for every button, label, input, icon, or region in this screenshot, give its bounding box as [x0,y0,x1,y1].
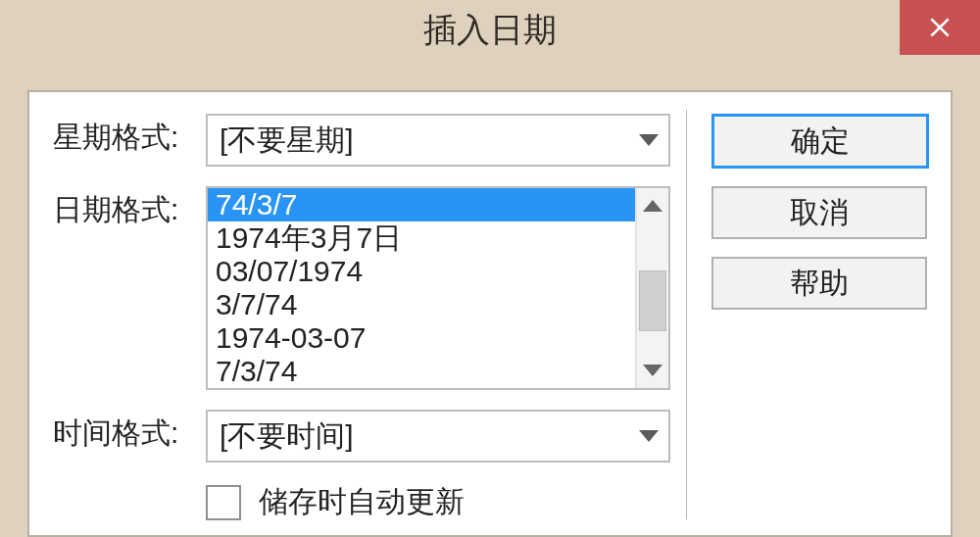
time-format-row: 时间格式: [不要时间] [53,410,670,463]
button-column: 确定 取消 帮助 [711,114,923,327]
auto-update-checkbox[interactable] [206,485,241,520]
list-item[interactable]: 74/3/7 [208,188,635,221]
date-format-listbox[interactable]: 74/3/7 1974年3月7日 03/07/1974 3/7/74 1974-… [206,186,670,390]
cancel-button[interactable]: 取消 [711,186,927,239]
chevron-down-icon [639,430,659,442]
form-area: 星期格式: [不要星期] 日期格式: 74/3/7 1974年3月7日 03/0… [53,114,670,535]
list-item[interactable]: 1974-03-07 [208,321,635,355]
week-format-label: 星期格式: [53,114,206,158]
list-item[interactable]: 7/3/74 [208,355,635,388]
chevron-down-icon [639,134,659,146]
scrollbar[interactable] [635,188,668,388]
time-format-combo[interactable]: [不要时间] [206,410,670,463]
title-bar: 插入日期 [0,0,980,59]
list-item[interactable]: 1974年3月7日 [208,221,635,255]
scroll-thumb[interactable] [639,270,666,331]
dialog-body: 星期格式: [不要星期] 日期格式: 74/3/7 1974年3月7日 03/0… [27,90,953,537]
date-format-options: 74/3/7 1974年3月7日 03/07/1974 3/7/74 1974-… [208,188,635,388]
dialog-title: 插入日期 [0,8,980,53]
week-format-value: [不要星期] [220,121,354,161]
chevron-down-icon [643,365,662,376]
week-format-combo[interactable]: [不要星期] [206,114,670,167]
time-format-label: 时间格式: [53,410,206,454]
scroll-down-button[interactable] [637,353,668,388]
week-format-row: 星期格式: [不要星期] [53,114,670,167]
list-item[interactable]: 3/7/74 [208,288,635,321]
vertical-divider [686,110,688,519]
scroll-up-button[interactable] [637,188,668,223]
auto-update-row: 储存时自动更新 [206,482,670,522]
scroll-track[interactable] [637,223,668,353]
list-item[interactable]: 03/07/1974 [208,255,635,288]
time-format-value: [不要时间] [220,416,354,457]
close-icon [927,15,953,40]
date-format-label: 日期格式: [53,186,206,230]
date-format-row: 日期格式: 74/3/7 1974年3月7日 03/07/1974 3/7/74… [53,186,670,390]
auto-update-label: 储存时自动更新 [259,482,465,522]
close-button[interactable] [900,0,980,55]
ok-button[interactable]: 确定 [711,114,929,169]
help-button[interactable]: 帮助 [711,257,927,310]
chevron-up-icon [643,200,662,212]
